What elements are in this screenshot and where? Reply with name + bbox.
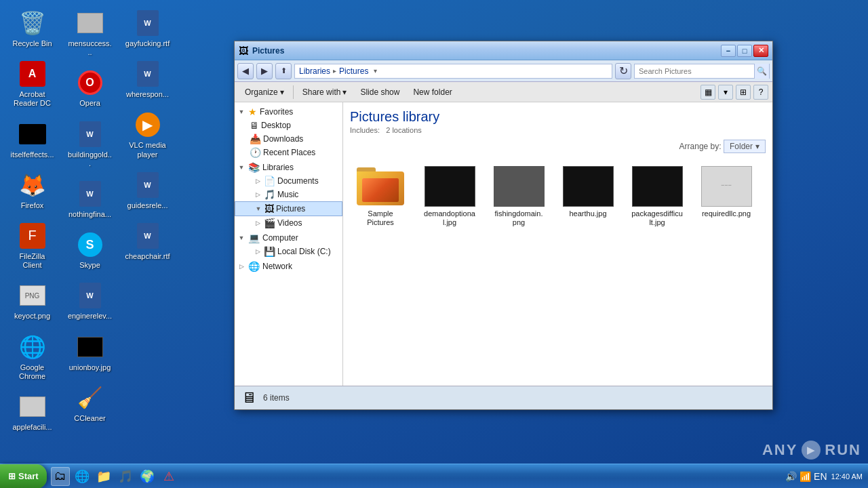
arrange-dropdown[interactable]: Folder ▾	[724, 140, 766, 153]
pictures-expand-icon[interactable]: ▼	[254, 205, 262, 213]
nav-item-videos[interactable]: ▷ 🎬 Videos	[235, 216, 342, 230]
buildinggold-label: buildinggold...	[67, 150, 113, 168]
network-tray-icon[interactable]: 📶	[800, 471, 811, 482]
desktop-icon-gayfucking[interactable]: W gayfucking.rtf	[122, 7, 173, 51]
nav-item-downloads[interactable]: 📥 Downloads	[235, 132, 342, 146]
details-pane-button[interactable]: ⊞	[736, 85, 751, 100]
view-large-icon-button[interactable]: ▦	[701, 85, 715, 100]
mensuccess-label: mensuccess...	[67, 39, 113, 57]
computer-collapse-btn[interactable]: ▼	[237, 234, 245, 242]
desktop-icon-keyoct[interactable]: PNG keyoct.png	[7, 279, 58, 323]
new-folder-button[interactable]: New folder	[407, 84, 458, 100]
nav-item-localdisk[interactable]: ▷ 💾 Local Disk (C:)	[235, 245, 342, 258]
desktop-icon-filezilla[interactable]: F FileZilla Client	[7, 220, 58, 272]
taskbar-chrome[interactable]: 🌍	[138, 467, 157, 486]
desktop-icon-applefacil[interactable]: applefacili...	[7, 390, 58, 434]
desktop-icon-acrobat[interactable]: A Acrobat Reader DC	[7, 58, 58, 110]
desktop-icon-itselfeffects[interactable]: itselfeffects...	[7, 118, 58, 162]
search-button[interactable]: 🔍	[754, 64, 769, 79]
file-item-demandoptional[interactable]: demandoptional.jpg	[419, 161, 480, 232]
desktop-icon-firefox[interactable]: 🦊 Firefox	[7, 169, 58, 213]
localdisk-expand-icon[interactable]: ▷	[254, 247, 262, 256]
status-text: 6 items	[263, 393, 290, 403]
watermark-any: ANY	[762, 441, 797, 459]
file-item-requiredllc[interactable]: −−− requiredllc.png	[696, 161, 757, 232]
music-icon: 🎵	[264, 189, 275, 200]
desktop-icon-vlc[interactable]: ▶ VLC media player	[122, 108, 173, 161]
nav-item-recent[interactable]: 🕐 Recent Places	[235, 146, 342, 159]
itselfeffects-icon	[19, 121, 46, 148]
desktop-icon-buildinggold[interactable]: W buildinggold...	[64, 118, 115, 171]
opera-icon: O	[77, 69, 104, 96]
videos-expand-icon[interactable]: ▷	[254, 219, 262, 227]
guidesrel-label: guidesrele...	[127, 201, 168, 210]
view-dropdown-button[interactable]: ▾	[718, 85, 733, 100]
nav-item-pictures[interactable]: ▼ 🖼 Pictures	[235, 201, 342, 216]
folder-icon	[357, 167, 404, 205]
nav-item-documents[interactable]: ▷ 📄 Documents	[235, 174, 342, 188]
nav-item-music[interactable]: ▷ 🎵 Music	[235, 188, 342, 201]
nav-computer-header: ▼ 💻 Computer	[235, 231, 342, 245]
taskbar-file-explorer[interactable]: 🗂	[51, 467, 70, 486]
gayfucking-icon: W	[134, 9, 161, 37]
desktop-icon-mensuccess[interactable]: mensuccess...	[64, 7, 115, 60]
network-collapse-btn[interactable]: ▷	[237, 262, 245, 270]
taskbar-alert[interactable]: ⚠	[159, 467, 178, 486]
firefox-icon: 🦊	[19, 171, 46, 199]
watermark-play-icon: ▶	[802, 441, 821, 460]
back-button[interactable]: ◀	[237, 63, 254, 79]
file-item-fishingdomain[interactable]: fishingdomain.png	[488, 161, 549, 232]
close-button[interactable]: ✕	[753, 45, 768, 57]
libraries-collapse-btn[interactable]: ▼	[237, 163, 245, 171]
nav-documents-label: Documents	[277, 176, 319, 186]
organize-button[interactable]: Organize ▾	[239, 84, 290, 100]
music-expand-icon[interactable]: ▷	[254, 190, 262, 199]
ccleaner-icon: 🧹	[77, 384, 104, 411]
forward-button[interactable]: ▶	[256, 63, 273, 79]
minimize-button[interactable]: −	[721, 45, 736, 57]
desktop-icon-unionboy[interactable]: unionboy.jpg	[64, 331, 115, 375]
taskbar-media[interactable]: 🎵	[116, 467, 135, 486]
desktop-icon-nothingfina[interactable]: W nothingfina...	[64, 178, 115, 222]
language-icon[interactable]: EN	[814, 471, 827, 482]
address-path[interactable]: Libraries ▸ Pictures ▾	[294, 64, 612, 79]
desktop-icon-chrome[interactable]: 🌐 Google Chrome	[7, 331, 58, 384]
desktop-icon-skype[interactable]: S Skype	[64, 228, 115, 272]
desktop-icon-ccleaner[interactable]: 🧹 CCleaner	[64, 382, 115, 426]
up-button[interactable]: ⬆	[275, 63, 292, 79]
nav-item-desktop[interactable]: 🖥 Desktop	[235, 119, 342, 132]
file-item-sample-pictures[interactable]: Sample Pictures	[350, 161, 411, 232]
pictures-nav-icon: 🖼	[264, 203, 274, 214]
desktop-icon-cheapchair[interactable]: W cheapchair.rtf	[122, 220, 173, 264]
desktop-icon-guidesrel[interactable]: W guidesrele...	[122, 169, 173, 213]
desktop-icon-opera[interactable]: O Opera	[64, 66, 115, 110]
mensuccess-icon	[77, 9, 104, 37]
buildinggold-icon: W	[77, 121, 104, 148]
volume-icon[interactable]: 🔊	[785, 471, 797, 482]
share-button[interactable]: Share with ▾	[296, 84, 353, 100]
file-item-packagesdifficult[interactable]: packagesdifficult.jpg	[627, 161, 688, 232]
nav-computer-label: Computer	[262, 233, 298, 243]
nav-favorites-header: ▼ ★ Favorites	[235, 105, 342, 119]
desktop-icon-recycle-bin[interactable]: 🗑️ Recycle Bin	[7, 7, 58, 51]
slideshow-button[interactable]: Slide show	[354, 84, 406, 100]
address-bar: ◀ ▶ ⬆ Libraries ▸ Pictures ▾ ↻ 🔍	[235, 60, 772, 82]
file-item-hearthu[interactable]: hearthu.jpg	[557, 161, 618, 232]
favorites-collapse-btn[interactable]: ▼	[237, 108, 245, 116]
refresh-button[interactable]: ↻	[615, 63, 631, 79]
recycle-bin-icon: 🗑️	[19, 9, 46, 37]
documents-expand-icon[interactable]: ▷	[254, 177, 262, 185]
file-name-fishingdomain: fishingdomain.png	[493, 209, 545, 227]
taskbar: ⊞ Start 🗂 🌐 📁 🎵 🌍 ⚠ 🔊 📶 EN 12:40 AM	[0, 464, 868, 488]
start-button[interactable]: ⊞ Start	[0, 464, 47, 489]
taskbar-ie[interactable]: 🌐	[73, 467, 92, 486]
nav-network-header: ▷ 🌐 Network	[235, 260, 342, 273]
taskbar-libraries[interactable]: 📁	[94, 467, 113, 486]
gayfucking-label: gayfucking.rtf	[125, 39, 170, 48]
path-libraries: Libraries	[299, 66, 330, 76]
help-button[interactable]: ?	[753, 85, 768, 100]
desktop-icon-wherespon[interactable]: W wherespon...	[122, 58, 173, 102]
search-input[interactable]	[635, 66, 754, 77]
desktop-icon-enginerele[interactable]: W enginerelev...	[64, 279, 115, 323]
restore-button[interactable]: □	[737, 45, 752, 57]
